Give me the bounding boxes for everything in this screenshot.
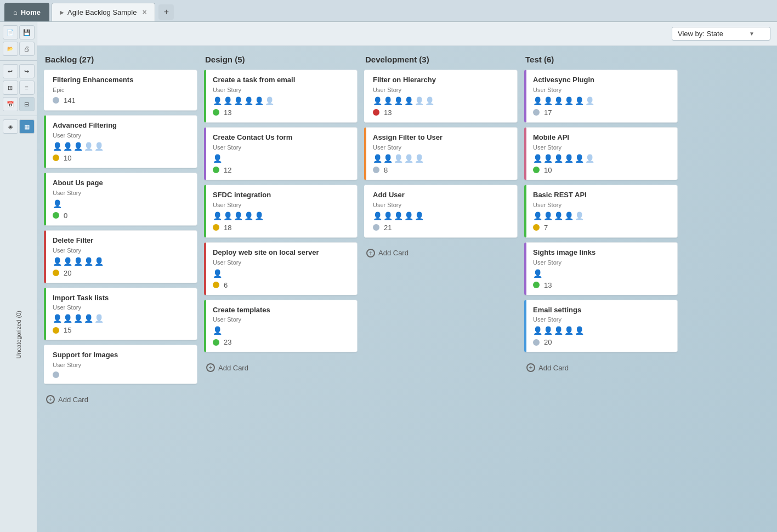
column-header-design: Design (5) bbox=[204, 55, 358, 64]
add-tab-button[interactable]: + bbox=[158, 4, 174, 20]
kanban-card[interactable]: About Us pageUser Story👤0 bbox=[44, 173, 197, 226]
person-filled-icon: 👤 bbox=[575, 154, 584, 163]
status-dot bbox=[213, 282, 219, 288]
card-bottom: 13 bbox=[533, 281, 671, 289]
person-filled-icon: 👤 bbox=[564, 96, 574, 105]
add-card-button[interactable]: +Add Card bbox=[364, 244, 518, 262]
kanban-card[interactable]: Create a task from emailUser Story👤👤👤👤👤👤… bbox=[204, 70, 358, 123]
kanban-card[interactable]: Delete FilterUser Story👤👤👤👤👤20 bbox=[44, 230, 197, 283]
card-type: User Story bbox=[53, 362, 190, 368]
card-title: Create Contact Us form bbox=[213, 133, 350, 142]
content-area: View by: State ▼ Backlog (27)Filtering E… bbox=[37, 22, 777, 532]
person-filled-icon: 👤 bbox=[84, 257, 93, 266]
add-card-label: Add Card bbox=[538, 364, 569, 372]
add-card-icon: + bbox=[206, 363, 215, 372]
card-type: User Story bbox=[53, 190, 190, 196]
kanban-card[interactable]: Sights image linksUser Story👤13 bbox=[524, 242, 678, 295]
person-filled-icon: 👤 bbox=[404, 96, 413, 105]
list-button[interactable]: ≡ bbox=[19, 81, 35, 95]
person-filled-icon: 👤 bbox=[63, 142, 72, 151]
status-dot bbox=[533, 282, 540, 288]
person-filled-icon: 👤 bbox=[533, 269, 542, 278]
card-title: Advanced Filtering bbox=[53, 121, 190, 130]
kanban-card[interactable]: Support for ImagesUser Story bbox=[44, 345, 197, 384]
filter-button[interactable]: ◈ bbox=[3, 119, 18, 134]
card-number: 20 bbox=[64, 269, 71, 277]
tab-home[interactable]: ⌂ Home bbox=[4, 3, 49, 21]
add-card-icon: + bbox=[46, 395, 55, 404]
person-empty-icon: 👤 bbox=[265, 96, 274, 105]
kanban-card[interactable]: SFDC integrationUser Story👤👤👤👤👤18 bbox=[204, 185, 358, 238]
kanban-card[interactable]: Create Contact Us formUser Story👤12 bbox=[204, 127, 358, 180]
kanban-card[interactable]: Deploy web site on local serverUser Stor… bbox=[204, 242, 358, 295]
kanban-card[interactable]: Filtering EnhancementsEpic141 bbox=[44, 70, 197, 111]
card-bottom: 8 bbox=[373, 166, 511, 174]
card-type: User Story bbox=[533, 144, 671, 151]
kanban-card[interactable]: Create templatesUser Story👤23 bbox=[204, 300, 358, 353]
card-bottom: 17 bbox=[533, 108, 671, 117]
person-filled-icon: 👤 bbox=[543, 154, 553, 163]
kanban-card[interactable]: Advanced FilteringUser Story👤👤👤👤👤10 bbox=[44, 115, 197, 168]
card-bottom: 21 bbox=[373, 224, 511, 232]
status-dot bbox=[533, 109, 540, 116]
person-filled-icon: 👤 bbox=[554, 211, 563, 220]
card-people: 👤 bbox=[213, 326, 350, 335]
card-type: User Story bbox=[373, 144, 511, 151]
add-card-button[interactable]: +Add Card bbox=[44, 391, 197, 408]
card-people: 👤 bbox=[213, 269, 350, 278]
person-filled-icon: 👤 bbox=[383, 211, 393, 220]
filter-icon: ◈ bbox=[8, 123, 13, 130]
kanban-card[interactable]: Basic REST APIUser Story👤👤👤👤👤7 bbox=[524, 185, 678, 238]
toolbar-sep-1 bbox=[0, 60, 37, 61]
kanban-card[interactable]: Add UserUser Story👤👤👤👤👤21 bbox=[364, 185, 518, 238]
add-card-button[interactable]: +Add Card bbox=[524, 359, 678, 376]
main-layout: 📄 💾 📂 🖨 ↩ ↪ ⊞ bbox=[0, 22, 777, 532]
kanban-card[interactable]: Filter on HierarchyUser Story👤👤👤👤👤👤13 bbox=[364, 70, 518, 123]
person-filled-icon: 👤 bbox=[53, 142, 62, 151]
print-button[interactable]: 🖨 bbox=[19, 42, 35, 56]
redo-button[interactable]: ↪ bbox=[19, 64, 35, 78]
card-number: 21 bbox=[384, 224, 392, 232]
kanban-card[interactable]: Import Task listsUser Story👤👤👤👤👤15 bbox=[44, 288, 197, 341]
person-filled-icon: 👤 bbox=[234, 96, 243, 105]
undo-button[interactable]: ↩ bbox=[3, 64, 18, 78]
kanban-button[interactable]: ⊟ bbox=[19, 97, 35, 111]
status-dot bbox=[213, 109, 219, 116]
kanban-card[interactable]: Activesync PluginUser Story👤👤👤👤👤👤17 bbox=[524, 70, 678, 123]
card-bottom: 10 bbox=[53, 154, 190, 162]
add-card-button[interactable]: +Add Card bbox=[204, 359, 358, 376]
kanban-card[interactable]: Mobile APIUser Story👤👤👤👤👤👤10 bbox=[524, 127, 678, 180]
kanban-card[interactable]: Assign Filter to UserUser Story👤👤👤👤👤8 bbox=[364, 127, 518, 180]
card-title: SFDC integration bbox=[213, 191, 350, 200]
card-type: User Story bbox=[533, 316, 671, 323]
card-type: User Story bbox=[533, 202, 671, 208]
open-button[interactable]: 📂 bbox=[3, 42, 18, 56]
card-bottom: 0 bbox=[53, 211, 190, 220]
card-type: User Story bbox=[533, 87, 671, 93]
save-button[interactable]: 💾 bbox=[19, 25, 35, 39]
calendar-button[interactable]: 📅 bbox=[3, 97, 18, 111]
person-empty-icon: 👤 bbox=[425, 96, 434, 105]
color-button[interactable]: ▦ bbox=[19, 119, 35, 134]
card-people: 👤👤👤👤👤 bbox=[533, 326, 671, 335]
column-header-development: Development (3) bbox=[364, 55, 518, 64]
tab-active[interactable]: ▶ Agile Backlog Sample ✕ bbox=[52, 3, 155, 21]
card-number: 17 bbox=[544, 108, 552, 117]
toolbar-row-2: 📂 🖨 bbox=[3, 42, 35, 56]
grid-button[interactable]: ⊞ bbox=[3, 81, 18, 95]
new-doc-button[interactable]: 📄 bbox=[3, 25, 18, 39]
status-dot bbox=[213, 224, 219, 231]
view-by-dropdown[interactable]: View by: State ▼ bbox=[672, 27, 770, 41]
person-empty-icon: 👤 bbox=[84, 142, 93, 151]
card-number: 10 bbox=[64, 154, 71, 162]
person-filled-icon: 👤 bbox=[73, 142, 83, 151]
person-filled-icon: 👤 bbox=[554, 96, 563, 105]
color-icon: ▦ bbox=[24, 123, 30, 130]
tab-close-icon[interactable]: ✕ bbox=[142, 9, 147, 16]
kanban-card[interactable]: Email settingsUser Story👤👤👤👤👤20 bbox=[524, 300, 678, 353]
person-filled-icon: 👤 bbox=[373, 211, 382, 220]
home-tab-label: Home bbox=[21, 8, 41, 16]
card-number: 141 bbox=[64, 96, 76, 105]
person-empty-icon: 👤 bbox=[575, 211, 584, 220]
card-type: User Story bbox=[53, 132, 190, 139]
